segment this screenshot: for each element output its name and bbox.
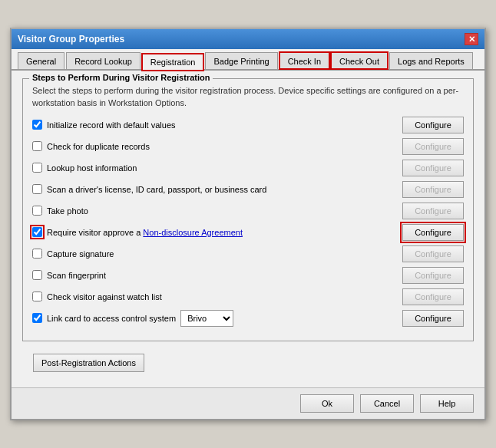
nda-link[interactable]: Non-disclosure Agreement — [143, 228, 243, 237]
tab-registration[interactable]: Registration — [142, 54, 204, 71]
tab-logs-reports[interactable]: Logs and Reports — [389, 52, 473, 69]
content-area: Steps to Perform During Visitor Registra… — [12, 71, 484, 387]
post-registration-button[interactable]: Post-Registration Actions — [33, 354, 144, 372]
step-label-link-card: Link card to access control system — [47, 314, 176, 323]
step-fingerprint: Scan fingerprint Configure — [32, 267, 464, 284]
configure-btn-fingerprint[interactable]: Configure — [402, 267, 464, 284]
step-scan-id: Scan a driver's license, ID card, passpo… — [32, 181, 464, 198]
configure-btn-scan-id[interactable]: Configure — [402, 181, 464, 198]
step-duplicate: Check for duplicate records Configure — [32, 138, 464, 155]
step-signature: Capture signature Configure — [32, 245, 464, 262]
tab-general[interactable]: General — [18, 52, 64, 69]
step-photo: Take photo Configure — [32, 203, 464, 219]
cancel-button[interactable]: Cancel — [360, 394, 414, 413]
checkbox-nda[interactable] — [32, 227, 42, 237]
step-watchlist: Check visitor against watch list Configu… — [32, 288, 464, 305]
checkbox-watchlist[interactable] — [32, 292, 42, 301]
checkbox-signature[interactable] — [32, 249, 42, 259]
configure-btn-signature[interactable]: Configure — [402, 245, 464, 262]
step-label-photo: Take photo — [47, 206, 88, 216]
access-control-dropdown[interactable]: Brivo Option2 Option3 — [180, 310, 233, 327]
step-link-card: Link card to access control system Brivo… — [32, 310, 464, 327]
configure-btn-nda[interactable]: Configure — [402, 224, 464, 241]
tab-record-lookup[interactable]: Record Lookup — [66, 52, 141, 69]
group-box-title: Steps to Perform During Visitor Registra… — [29, 73, 213, 82]
checkbox-photo[interactable] — [32, 206, 42, 216]
close-button[interactable]: ✕ — [465, 33, 478, 45]
help-button[interactable]: Help — [420, 394, 474, 413]
configure-btn-photo[interactable]: Configure — [402, 203, 464, 219]
tab-check-out[interactable]: Check Out — [331, 52, 388, 69]
post-reg-row: Post-Registration Actions — [22, 349, 474, 380]
step-label-host: Lookup host information — [47, 163, 137, 173]
tab-badge-printing[interactable]: Badge Printing — [205, 52, 277, 69]
step-initialize: Initialize record with default values Co… — [32, 117, 464, 133]
configure-btn-duplicate[interactable]: Configure — [402, 138, 464, 155]
tabs-container: General Record Lookup Registration Badge… — [12, 49, 484, 71]
step-host: Lookup host information Configure — [32, 160, 464, 176]
tab-check-in[interactable]: Check In — [279, 52, 329, 69]
dialog-window: Visitor Group Properties ✕ General Recor… — [10, 28, 486, 420]
checkbox-link-card[interactable] — [32, 313, 42, 323]
checkbox-initialize[interactable] — [32, 120, 42, 130]
step-label-signature: Capture signature — [47, 249, 114, 259]
title-bar: Visitor Group Properties ✕ — [12, 29, 484, 49]
step-label-nda: Require visitor approve a Non-disclosure… — [47, 228, 243, 237]
description: Select the steps to perform during the v… — [32, 85, 464, 109]
steps-group-box: Steps to Perform During Visitor Registra… — [22, 78, 474, 341]
step-label-fingerprint: Scan fingerprint — [47, 271, 106, 280]
step-nda: Require visitor approve a Non-disclosure… — [32, 224, 464, 241]
checkbox-host[interactable] — [32, 163, 42, 173]
checkbox-scan-id[interactable] — [32, 184, 42, 194]
configure-btn-watchlist[interactable]: Configure — [402, 288, 464, 305]
configure-btn-link-card[interactable]: Configure — [402, 310, 464, 327]
dialog-footer: Ok Cancel Help — [12, 387, 484, 419]
configure-btn-host[interactable]: Configure — [402, 160, 464, 176]
step-label-scan-id: Scan a driver's license, ID card, passpo… — [47, 185, 266, 194]
step-label-initialize: Initialize record with default values — [47, 120, 176, 130]
checkbox-duplicate[interactable] — [32, 141, 42, 151]
dialog-title: Visitor Group Properties — [18, 34, 124, 44]
step-label-duplicate: Check for duplicate records — [47, 142, 150, 151]
step-label-watchlist: Check visitor against watch list — [47, 292, 162, 301]
checkbox-fingerprint[interactable] — [32, 270, 42, 280]
ok-button[interactable]: Ok — [300, 394, 354, 413]
configure-btn-initialize[interactable]: Configure — [402, 117, 464, 133]
